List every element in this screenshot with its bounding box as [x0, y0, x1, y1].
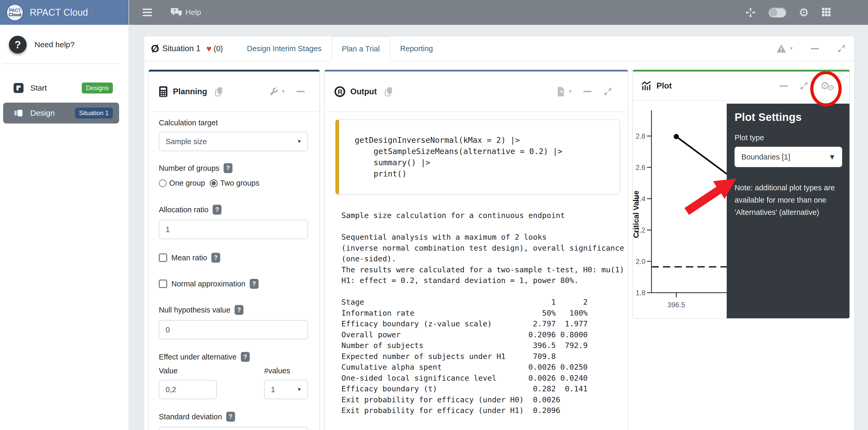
- planning-header: Planning: [149, 71, 319, 112]
- copy-icon[interactable]: [384, 87, 393, 97]
- menu-toggle-icon[interactable]: [143, 9, 152, 16]
- mean-ratio-checkbox[interactable]: [159, 254, 167, 262]
- sidebar-item-label: Start: [30, 84, 82, 92]
- help-badge-icon[interactable]: ?: [226, 412, 235, 422]
- topbar: ? Help ⚙: [129, 0, 868, 25]
- checkbox-label: Normal approximation: [172, 279, 246, 288]
- sidebar: PACT Cloud RPACT Cloud ? Need help? Star…: [0, 0, 129, 430]
- selected-value: 1: [271, 385, 275, 394]
- effect-sublabels: Value #values: [159, 367, 308, 375]
- plot-settings-button[interactable]: ⚙ ⚙: [820, 80, 834, 92]
- collapse-button[interactable]: [297, 91, 305, 92]
- sidebar-item-start[interactable]: Start Designs: [3, 77, 119, 98]
- logo-text-2: Cloud: [9, 12, 21, 17]
- help-label: Help: [185, 8, 201, 17]
- plot-header: Plot ⚙ ⚙: [633, 71, 849, 101]
- svg-text:?: ?: [173, 8, 176, 13]
- chevron-down-icon: ▼: [828, 153, 836, 161]
- question-circle-icon[interactable]: ?: [9, 36, 27, 54]
- panels-row: Planning: [144, 61, 854, 430]
- checkbox-label: Mean ratio: [172, 254, 207, 262]
- y-tick-label: 2.0: [636, 258, 646, 266]
- output-panel: R Output ▼: [324, 70, 628, 430]
- svg-text:R: R: [338, 88, 343, 95]
- situation-card: Ø Situation 1 ♥ (0) Design Interim Stage…: [144, 36, 855, 430]
- r-code: getDesignInverseNormal(kMax = 2) |> getS…: [355, 134, 612, 179]
- app-logo-icon: PACT Cloud: [6, 4, 24, 21]
- null-hypothesis-label: Null hypothesis value ?: [159, 305, 308, 315]
- value-label: Value: [159, 367, 217, 375]
- copy-icon[interactable]: [214, 87, 223, 97]
- tools-dropdown[interactable]: ▼: [269, 87, 285, 96]
- expand-icon[interactable]: [836, 43, 847, 54]
- planning-panel: Planning: [148, 70, 320, 430]
- effect-under-alternative-label: Effect under alternative ?: [159, 352, 308, 362]
- normal-approximation-row: Normal approximation ?: [159, 279, 308, 289]
- help-badge-icon[interactable]: ?: [250, 279, 258, 289]
- need-help-label: Need help?: [34, 40, 74, 49]
- r-logo-icon: R: [334, 86, 346, 97]
- help-button[interactable]: ? Help: [171, 7, 201, 18]
- help-badge-icon[interactable]: ?: [224, 163, 232, 173]
- number-of-groups-label: Number of groups ?: [159, 163, 308, 173]
- warnings-dropdown[interactable]: ▼: [776, 44, 794, 53]
- help-badge-icon[interactable]: ?: [213, 205, 221, 214]
- radio-two-groups[interactable]: [210, 179, 218, 187]
- standard-deviation-label: Standard deviation ?: [159, 412, 308, 422]
- tab-design-interim-stages[interactable]: Design Interim Stages: [237, 36, 331, 61]
- start-icon: [13, 83, 24, 93]
- num-values-select[interactable]: 1 ▼: [264, 380, 308, 399]
- allocation-ratio-input[interactable]: [159, 220, 308, 239]
- topbar-actions: ⚙: [745, 7, 833, 18]
- grid-icon[interactable]: [822, 7, 833, 18]
- gears-icon: ⚙: [828, 84, 834, 92]
- favorite-count: (0): [214, 44, 223, 53]
- need-help-link[interactable]: ? Need help?: [9, 36, 128, 54]
- help-chat-icon: ?: [171, 7, 182, 18]
- help-badge-icon[interactable]: ?: [211, 253, 220, 263]
- expand-icon[interactable]: [799, 81, 809, 91]
- sidebar-item-design[interactable]: Design Situation 1: [3, 103, 119, 124]
- app-logo-header: PACT Cloud RPACT Cloud: [0, 0, 128, 25]
- code-block: getDesignInverseNormal(kMax = 2) |> getS…: [335, 119, 620, 195]
- help-badge-icon[interactable]: ?: [235, 305, 243, 315]
- chevron-down-icon: ▼: [568, 89, 572, 94]
- gear-icon[interactable]: ⚙: [799, 7, 809, 18]
- expand-icon[interactable]: [602, 87, 613, 97]
- export-dropdown[interactable]: ▼: [556, 87, 572, 97]
- effect-inputs: 1 ▼: [159, 380, 308, 399]
- situation-title-group: Ø Situation 1 ♥ (0): [151, 36, 223, 61]
- plot-settings-overlay: Plot Settings Plot type Boundaries [1] ▼…: [727, 104, 849, 318]
- app-title: RPACT Cloud: [30, 7, 88, 18]
- chevron-down-icon: ▼: [297, 139, 302, 144]
- collapse-button[interactable]: [811, 48, 819, 49]
- chevron-down-icon: ▼: [789, 46, 794, 51]
- calculation-target-label: Calculation target: [159, 118, 308, 127]
- collapse-button[interactable]: [779, 86, 788, 87]
- plot-type-label: Plot type: [735, 133, 842, 142]
- arrows-out-icon[interactable]: [745, 7, 756, 18]
- effect-value-input[interactable]: [159, 380, 217, 399]
- designs-badge: Designs: [82, 82, 113, 94]
- y-axis-label: Critical Value: [633, 191, 640, 238]
- plot-settings-title: Plot Settings: [735, 111, 842, 124]
- normal-approximation-checkbox[interactable]: [159, 279, 167, 288]
- tab-plan-a-trial[interactable]: Plan a Trial: [332, 36, 390, 61]
- standard-deviation-input[interactable]: [159, 427, 308, 430]
- help-badge-icon[interactable]: ?: [241, 352, 250, 362]
- sidebar-item-label: Design: [30, 109, 75, 118]
- collapse-button[interactable]: [583, 91, 592, 92]
- calculation-target-select[interactable]: Sample size ▼: [159, 132, 308, 151]
- ban-icon: Ø: [151, 43, 159, 55]
- null-hypothesis-input[interactable]: [159, 320, 308, 339]
- y-tick-label: 2.8: [636, 132, 646, 140]
- plot-type-select[interactable]: Boundaries [1] ▼: [735, 147, 842, 167]
- num-values-label: #values: [264, 367, 308, 375]
- radio-label: Two groups: [220, 179, 259, 188]
- toggle-switch[interactable]: [769, 7, 786, 18]
- heart-icon[interactable]: ♥: [206, 43, 212, 54]
- output-body: getDesignInverseNormal(kMax = 2) |> getS…: [325, 112, 628, 416]
- radio-one-group[interactable]: [159, 179, 167, 187]
- tab-reporting[interactable]: Reporting: [390, 36, 443, 61]
- file-export-icon: [556, 87, 565, 97]
